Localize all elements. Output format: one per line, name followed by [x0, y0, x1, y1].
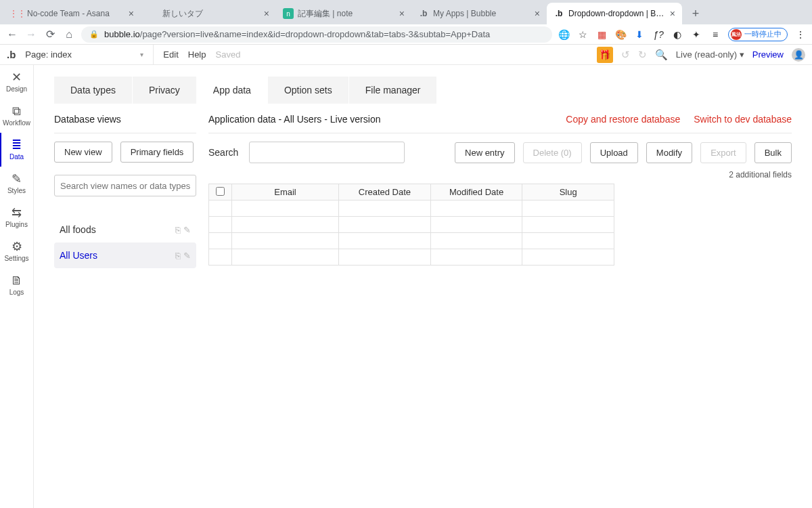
page-selector[interactable]: Page: index ▾: [25, 45, 154, 64]
search-icon[interactable]: 🔍: [655, 49, 668, 61]
browser-tab[interactable]: ⋮⋮ No-code Team - Asana ×: [5, 3, 141, 24]
data-icon: ≣: [12, 139, 22, 151]
col-modified[interactable]: Modified Date: [430, 184, 522, 200]
kebab-icon[interactable]: ⋮: [794, 28, 807, 41]
extension-icons: 🌐 ☆ ▦ 🎨 ⬇ ƒ? ◐ ✦ ≡ 風法 一時停止中 ⋮: [558, 28, 807, 41]
table-row[interactable]: [209, 217, 614, 233]
nav-plugins[interactable]: ⇆Plugins: [0, 200, 33, 234]
nav-workflow[interactable]: ⧉Workflow: [0, 99, 33, 133]
gear-icon: ⚙: [12, 240, 22, 253]
nav-logs[interactable]: 🗎Logs: [0, 268, 33, 302]
nav-styles[interactable]: ✎Styles: [0, 167, 33, 200]
copy-restore-link[interactable]: Copy and restore database: [566, 114, 680, 125]
panel: Database views New view Primary fields A…: [34, 106, 812, 508]
browser-tab-active[interactable]: .b Dropdown-dropdown | Bubble ×: [547, 3, 682, 24]
copy-icon[interactable]: ⎘: [175, 225, 181, 235]
close-icon[interactable]: ×: [670, 8, 675, 19]
live-mode[interactable]: Live (read-only) ▾: [676, 49, 744, 60]
favicon-note: n: [283, 8, 294, 19]
home-button[interactable]: ⌂: [62, 28, 76, 41]
data-table: Email Created Date Modified Date Slug: [208, 184, 614, 266]
back-button[interactable]: ←: [5, 28, 19, 41]
data-column: Application data - All Users - Live vers…: [208, 106, 792, 488]
view-filter-input[interactable]: [54, 175, 196, 196]
forward-button[interactable]: →: [24, 28, 38, 41]
reload-button[interactable]: ⟳: [43, 28, 57, 41]
col-created[interactable]: Created Date: [339, 184, 431, 200]
redo-icon[interactable]: ↻: [638, 49, 647, 61]
favicon-bubble: .b: [418, 8, 429, 19]
tab-app-data[interactable]: App data: [197, 77, 268, 104]
ext-icon[interactable]: ◐: [671, 28, 683, 41]
select-all-header[interactable]: [209, 184, 232, 200]
edit-menu[interactable]: Edit: [163, 49, 178, 60]
table-row[interactable]: [209, 233, 614, 249]
close-icon[interactable]: ×: [264, 8, 269, 19]
translate-icon[interactable]: 🌐: [558, 28, 570, 41]
design-icon: ✕: [12, 71, 22, 83]
table-row[interactable]: [209, 249, 614, 266]
gift-icon[interactable]: 🎁: [597, 47, 613, 63]
modify-button[interactable]: Modify: [646, 142, 692, 163]
ext-icon[interactable]: ƒ?: [652, 28, 664, 41]
switch-dev-link[interactable]: Switch to dev database: [694, 114, 792, 125]
address-bar[interactable]: 🔒 bubble.io/page?version=live&name=index…: [81, 26, 552, 43]
browser-tab[interactable]: 新しいタブ ×: [141, 3, 276, 24]
table-row[interactable]: [209, 200, 614, 217]
copy-icon[interactable]: ⎘: [175, 251, 181, 261]
new-view-button[interactable]: New view: [54, 142, 112, 163]
view-item-all-foods[interactable]: All foods ⎘✎: [54, 217, 196, 242]
data-search-input[interactable]: [249, 142, 405, 163]
search-label: Search: [208, 147, 238, 158]
views-column: Database views New view Primary fields A…: [54, 106, 196, 488]
nav-design[interactable]: ✕Design: [0, 65, 33, 99]
delete-button[interactable]: Delete (0): [523, 142, 582, 163]
close-icon[interactable]: ×: [399, 8, 405, 19]
col-slug[interactable]: Slug: [522, 184, 614, 200]
edit-icon[interactable]: ✎: [183, 225, 191, 235]
bubble-logo[interactable]: .b: [7, 49, 16, 60]
edit-icon[interactable]: ✎: [183, 251, 191, 261]
user-avatar[interactable]: 👤: [792, 48, 805, 62]
favicon-blank: [148, 8, 158, 19]
close-icon[interactable]: ×: [129, 8, 134, 19]
tab-option-sets[interactable]: Option sets: [268, 77, 349, 104]
help-menu[interactable]: Help: [188, 49, 206, 60]
extensions-icon[interactable]: ✦: [690, 28, 702, 41]
view-item-all-users[interactable]: All Users ⎘✎: [54, 242, 196, 268]
browser-tab[interactable]: .b My Apps | Bubble ×: [411, 3, 547, 24]
nav-data[interactable]: ≣Data: [0, 133, 33, 167]
ext-icon[interactable]: ⬇: [633, 28, 646, 41]
preview-link[interactable]: Preview: [752, 49, 784, 60]
ext-icon[interactable]: 🎨: [614, 28, 627, 41]
tab-file-manager[interactable]: File manager: [349, 77, 438, 104]
close-icon[interactable]: ×: [535, 8, 540, 19]
tab-data-types[interactable]: Data types: [54, 77, 133, 104]
primary-fields-button[interactable]: Primary fields: [120, 142, 194, 163]
ext-icon[interactable]: ▦: [595, 28, 608, 41]
browser-tab[interactable]: n 記事編集 | note ×: [276, 3, 411, 24]
pause-pill[interactable]: 風法 一時停止中: [728, 28, 788, 41]
additional-fields-note: 2 additional fields: [208, 170, 792, 179]
select-all-checkbox[interactable]: [216, 187, 225, 196]
ext-icon[interactable]: ≡: [709, 28, 721, 41]
export-button[interactable]: Export: [700, 142, 746, 163]
tab-privacy[interactable]: Privacy: [133, 77, 197, 104]
pill-label: 一時停止中: [744, 29, 782, 39]
saved-status: Saved: [216, 49, 241, 60]
col-email[interactable]: Email: [231, 184, 338, 200]
new-tab-button[interactable]: +: [686, 4, 705, 23]
data-subtabs: Data types Privacy App data Option sets …: [34, 65, 812, 106]
main-area: ✕Design ⧉Workflow ≣Data ✎Styles ⇆Plugins…: [0, 65, 812, 508]
view-item-label: All foods: [60, 224, 96, 235]
nav-settings[interactable]: ⚙Settings: [0, 234, 33, 268]
views-heading: Database views: [54, 114, 121, 125]
bulk-button[interactable]: Bulk: [754, 142, 792, 163]
upload-button[interactable]: Upload: [590, 142, 638, 163]
star-icon[interactable]: ☆: [577, 28, 589, 41]
lock-icon: 🔒: [89, 30, 99, 39]
plugins-icon: ⇆: [12, 207, 22, 219]
new-entry-button[interactable]: New entry: [455, 142, 515, 163]
data-heading: Application data - All Users - Live vers…: [208, 114, 380, 125]
undo-icon[interactable]: ↺: [621, 49, 630, 61]
